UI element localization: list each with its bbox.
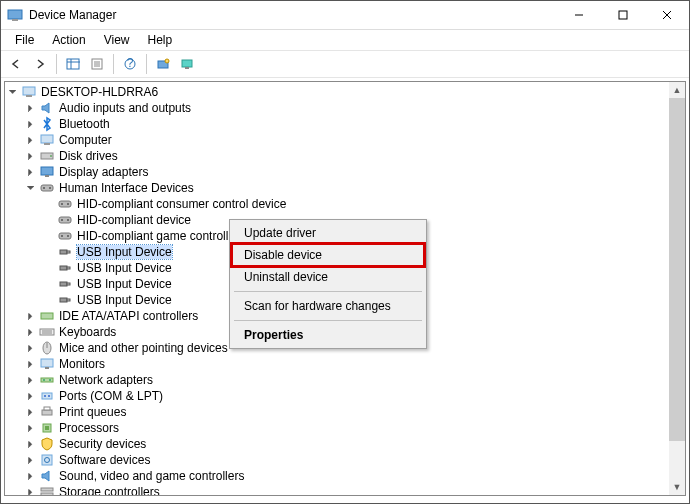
tree-category[interactable]: ⏵Audio inputs and outputs (7, 100, 685, 116)
toolbar: ? (1, 50, 689, 78)
port-icon (39, 388, 55, 404)
toolbar-separator (56, 54, 57, 74)
tree-category[interactable]: ⏵Display adapters (7, 164, 685, 180)
svg-rect-62 (44, 407, 50, 410)
tree-category[interactable]: ⏵Print queues (7, 404, 685, 420)
tree-expander-icon[interactable]: ⏵ (25, 455, 37, 465)
svg-rect-45 (60, 298, 67, 302)
scroll-down-button[interactable]: ▼ (669, 479, 685, 495)
scroll-up-button[interactable]: ▲ (669, 82, 685, 98)
svg-rect-46 (67, 299, 70, 301)
svg-rect-41 (60, 266, 67, 270)
tree-category[interactable]: ⏵Processors (7, 420, 685, 436)
tree-item-label: Audio inputs and outputs (59, 101, 191, 115)
tree-expander-icon[interactable]: ⏵ (25, 167, 37, 177)
tree-expander-icon[interactable]: ⏵ (25, 439, 37, 449)
maximize-button[interactable] (601, 1, 645, 30)
audio-icon (39, 468, 55, 484)
tree-expander-icon[interactable]: ⏵ (25, 119, 37, 129)
tree-root[interactable]: ⏷DESKTOP-HLDRRA6 (7, 84, 685, 100)
tree-expander-icon[interactable]: ⏵ (25, 359, 37, 369)
tree-expander-icon[interactable]: ⏵ (25, 407, 37, 417)
window-title: Device Manager (29, 8, 557, 22)
svg-rect-30 (59, 201, 71, 207)
ctx-properties[interactable]: Properties (232, 324, 424, 346)
ctx-uninstall-device[interactable]: Uninstall device (232, 266, 424, 288)
scroll-thumb[interactable] (669, 98, 685, 441)
minimize-button[interactable] (557, 1, 601, 30)
svg-rect-27 (41, 185, 53, 191)
usb-icon (57, 292, 73, 308)
svg-rect-53 (41, 359, 53, 367)
tree-expander-icon[interactable]: ⏷ (25, 183, 37, 193)
forward-button[interactable] (29, 53, 51, 75)
mouse-icon (39, 340, 55, 356)
tree-category[interactable]: ⏵Software devices (7, 452, 685, 468)
svg-point-59 (44, 395, 46, 397)
svg-rect-55 (41, 378, 53, 382)
tree-expander-icon[interactable]: ⏵ (25, 391, 37, 401)
svg-rect-67 (41, 488, 53, 491)
tree-category[interactable]: ⏷Human Interface Devices (7, 180, 685, 196)
tree-expander-icon[interactable]: ⏵ (25, 135, 37, 145)
menu-action[interactable]: Action (44, 32, 93, 48)
properties-button[interactable] (86, 53, 108, 75)
svg-rect-64 (45, 426, 49, 430)
tree-category[interactable]: ⏵Storage controllers (7, 484, 685, 496)
menu-view[interactable]: View (96, 32, 138, 48)
audio-icon (39, 100, 55, 116)
tree-expander-icon[interactable]: ⏵ (25, 343, 37, 353)
tree-expander-icon[interactable]: ⏷ (7, 87, 19, 97)
tree-category[interactable]: ⏵Bluetooth (7, 116, 685, 132)
tree-expander-icon[interactable]: ⏵ (25, 151, 37, 161)
back-button[interactable] (5, 53, 27, 75)
scan-hardware-button[interactable] (152, 53, 174, 75)
svg-point-35 (67, 219, 69, 221)
menu-file[interactable]: File (7, 32, 42, 48)
tree-category[interactable]: ⏵Monitors (7, 356, 685, 372)
remote-computer-button[interactable] (176, 53, 198, 75)
keyboard-icon (39, 324, 55, 340)
tree-device[interactable]: HID-compliant consumer control device (7, 196, 685, 212)
tree-item-label: Computer (59, 133, 112, 147)
usb-icon (57, 260, 73, 276)
tree-expander-icon[interactable]: ⏵ (25, 375, 37, 385)
tree-item-label: Keyboards (59, 325, 116, 339)
svg-point-32 (67, 203, 69, 205)
svg-point-56 (43, 379, 45, 381)
tree-expander-icon[interactable]: ⏵ (25, 471, 37, 481)
tree-category[interactable]: ⏵Computer (7, 132, 685, 148)
tree-category[interactable]: ⏵Network adapters (7, 372, 685, 388)
tree-expander-icon[interactable]: ⏵ (25, 487, 37, 496)
svg-rect-48 (40, 329, 54, 335)
svg-rect-42 (67, 267, 70, 269)
svg-rect-25 (41, 167, 53, 175)
tree-expander-icon[interactable]: ⏵ (25, 423, 37, 433)
tree-item-label: IDE ATA/ATAPI controllers (59, 309, 198, 323)
tree-category[interactable]: ⏵Sound, video and game controllers (7, 468, 685, 484)
vertical-scrollbar[interactable]: ▲ ▼ (669, 82, 685, 495)
svg-point-37 (61, 235, 63, 237)
scroll-track[interactable] (669, 98, 685, 479)
tree-category[interactable]: ⏵Security devices (7, 436, 685, 452)
ctx-disable-device[interactable]: Disable device (232, 244, 424, 266)
menu-help[interactable]: Help (140, 32, 181, 48)
svg-rect-47 (41, 313, 53, 319)
ctx-update-driver[interactable]: Update driver (232, 222, 424, 244)
svg-rect-33 (59, 217, 71, 223)
tree-expander-icon[interactable]: ⏵ (25, 103, 37, 113)
tree-expander-icon[interactable]: ⏵ (25, 327, 37, 337)
tree-item-label: Disk drives (59, 149, 118, 163)
tree-expander-icon[interactable]: ⏵ (25, 311, 37, 321)
close-button[interactable] (645, 1, 689, 30)
show-hide-tree-button[interactable] (62, 53, 84, 75)
svg-rect-3 (619, 11, 627, 19)
tree-category[interactable]: ⏵Disk drives (7, 148, 685, 164)
svg-rect-61 (42, 410, 52, 415)
printer-icon (39, 404, 55, 420)
svg-rect-39 (60, 250, 67, 254)
tree-category[interactable]: ⏵Ports (COM & LPT) (7, 388, 685, 404)
help-button[interactable]: ? (119, 53, 141, 75)
ctx-scan-hardware[interactable]: Scan for hardware changes (232, 295, 424, 317)
svg-point-34 (61, 219, 63, 221)
